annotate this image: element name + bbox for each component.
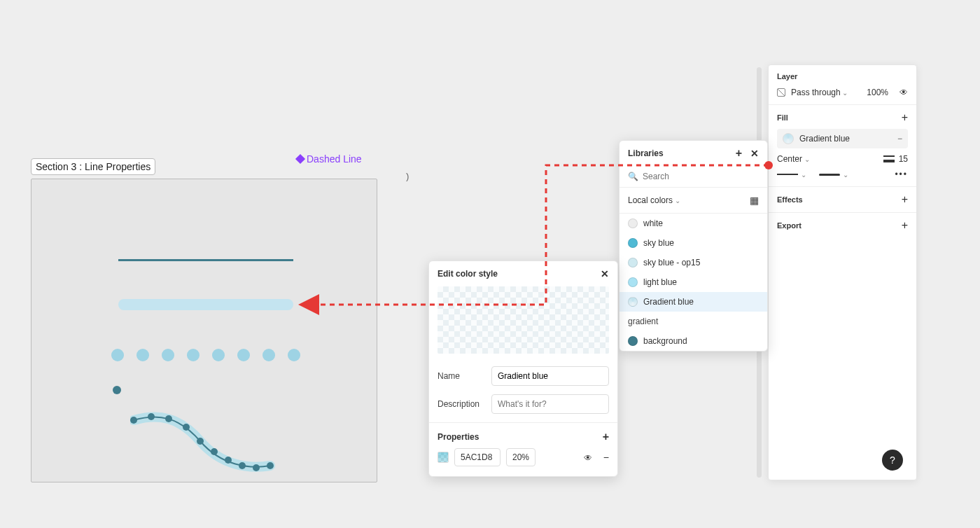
stroke-more-button[interactable]: ••• bbox=[895, 169, 908, 179]
stray-paren: ) bbox=[406, 171, 409, 181]
local-colors-dropdown[interactable]: Local colors bbox=[628, 195, 680, 205]
blend-mode-dropdown[interactable]: Pass through bbox=[791, 88, 848, 97]
edit-color-style-popover: Edit color style ✕ Name Description Prop… bbox=[428, 260, 618, 477]
stroke-align-dropdown[interactable]: Center bbox=[777, 154, 810, 164]
color-preview bbox=[438, 286, 609, 354]
add-color-property-button[interactable]: + bbox=[603, 431, 609, 443]
close-edit-style-button[interactable]: ✕ bbox=[601, 268, 609, 279]
section-label: Section 3 : Line Properties bbox=[31, 158, 155, 175]
gradient-swatch-icon bbox=[783, 133, 794, 144]
visibility-toggle[interactable] bbox=[899, 88, 908, 97]
grid-view-toggle[interactable]: ▦ bbox=[750, 195, 759, 206]
color-chip-icon bbox=[628, 258, 638, 268]
close-libraries-button[interactable]: ✕ bbox=[750, 148, 759, 159]
search-icon: 🔍 bbox=[628, 172, 638, 181]
color-visibility-toggle[interactable] bbox=[584, 452, 592, 463]
fill-style-row[interactable]: Gradient blue − bbox=[777, 129, 908, 148]
color-style-item[interactable]: sky blue - op15 bbox=[620, 253, 767, 272]
component-icon bbox=[295, 154, 305, 164]
svg-point-7 bbox=[239, 462, 246, 469]
export-section-title: Export bbox=[777, 221, 802, 230]
fill-style-name: Gradient blue bbox=[799, 134, 850, 144]
svg-point-8 bbox=[253, 464, 260, 471]
add-effect-button[interactable]: + bbox=[902, 194, 908, 205]
svg-point-0 bbox=[130, 417, 137, 424]
properties-panel: Layer Pass through 100% Fill + Gradient … bbox=[768, 64, 917, 480]
color-style-label: sky blue bbox=[643, 238, 674, 248]
svg-point-5 bbox=[211, 448, 218, 455]
color-chip-icon bbox=[628, 218, 638, 228]
point-sample[interactable] bbox=[113, 386, 121, 394]
opacity-input[interactable]: 20% bbox=[506, 448, 536, 466]
libraries-search-input[interactable] bbox=[643, 172, 759, 181]
hex-input[interactable]: 5AC1D8 bbox=[454, 448, 500, 466]
fill-section-title: Fill bbox=[777, 113, 788, 122]
add-library-button[interactable]: + bbox=[736, 148, 742, 159]
thick-line-sample[interactable] bbox=[118, 299, 293, 310]
svg-point-9 bbox=[267, 462, 274, 469]
annotation-origin-dot bbox=[764, 161, 773, 169]
blend-mode-icon bbox=[777, 88, 785, 97]
add-export-button[interactable]: + bbox=[902, 220, 908, 231]
color-style-list: whitesky bluesky blue - op15light blueGr… bbox=[620, 214, 767, 351]
libraries-title: Libraries bbox=[628, 148, 664, 158]
color-chip-icon bbox=[628, 277, 638, 287]
svg-point-1 bbox=[148, 413, 155, 420]
remove-color-button[interactable]: − bbox=[603, 452, 609, 463]
edit-style-title: Edit color style bbox=[438, 269, 498, 279]
effects-section-title: Effects bbox=[777, 195, 803, 204]
color-style-label: white bbox=[643, 218, 663, 228]
name-label: Name bbox=[438, 371, 484, 381]
color-style-label: sky blue - op15 bbox=[643, 258, 700, 268]
svg-point-2 bbox=[165, 415, 172, 422]
detach-style-button[interactable]: − bbox=[897, 134, 902, 144]
dotted-line-sample[interactable] bbox=[111, 349, 300, 361]
color-style-item[interactable]: light blue bbox=[620, 272, 767, 292]
style-name-input[interactable] bbox=[491, 366, 609, 386]
color-style-label: background bbox=[643, 336, 687, 346]
stroke-weight-input[interactable]: 15 bbox=[899, 154, 908, 164]
selected-layer-tag[interactable]: Dashed Line bbox=[297, 153, 362, 165]
wave-line-sample[interactable] bbox=[130, 406, 277, 476]
description-label: Description bbox=[438, 399, 484, 409]
group-label: gradient bbox=[620, 312, 767, 331]
color-chip-icon bbox=[628, 336, 638, 346]
layer-opacity-input[interactable]: 100% bbox=[867, 88, 888, 97]
libraries-popover: Libraries + ✕ 🔍 Local colors ▦ whitesky … bbox=[619, 140, 768, 352]
start-cap-dropdown[interactable]: ⌄ bbox=[777, 171, 806, 179]
color-style-item[interactable]: Gradient blue bbox=[620, 292, 767, 312]
color-style-item[interactable]: sky blue bbox=[620, 233, 767, 253]
layer-section-title: Layer bbox=[777, 72, 908, 81]
color-swatch[interactable] bbox=[438, 452, 449, 463]
svg-point-3 bbox=[183, 424, 190, 431]
color-chip-icon bbox=[628, 238, 638, 248]
stroke-weight-icon bbox=[883, 155, 895, 162]
solid-line-sample[interactable] bbox=[118, 259, 293, 261]
end-cap-dropdown[interactable]: ⌄ bbox=[819, 171, 848, 179]
add-fill-button[interactable]: + bbox=[902, 112, 908, 123]
help-button[interactable]: ? bbox=[882, 450, 903, 471]
svg-point-6 bbox=[225, 457, 232, 464]
color-style-label: Gradient blue bbox=[643, 297, 694, 307]
color-style-item[interactable]: background bbox=[620, 331, 767, 351]
svg-point-4 bbox=[197, 438, 204, 445]
color-style-item[interactable]: white bbox=[620, 214, 767, 233]
color-style-label: light blue bbox=[643, 277, 677, 287]
color-chip-icon bbox=[628, 297, 638, 307]
selected-layer-name: Dashed Line bbox=[307, 153, 362, 165]
style-description-input[interactable] bbox=[491, 394, 609, 414]
properties-header: Properties bbox=[438, 432, 479, 442]
